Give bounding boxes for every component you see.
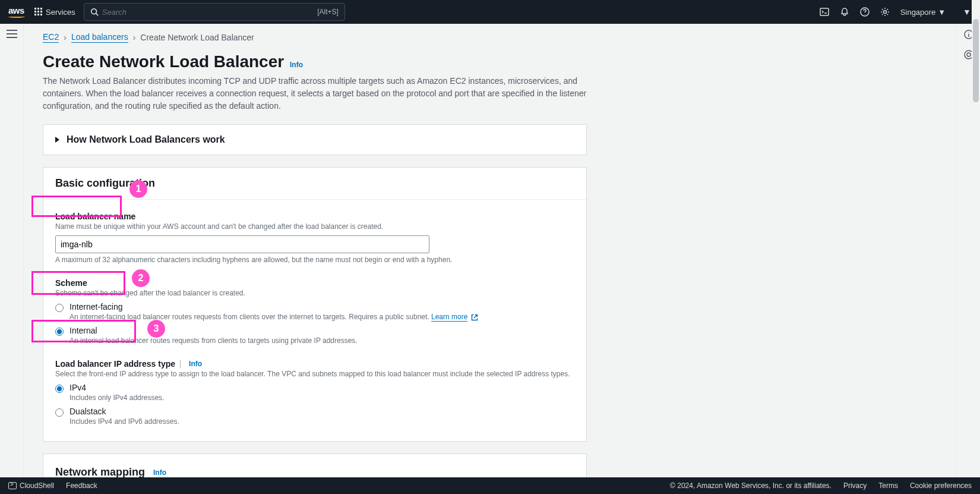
network-mapping-panel: Network mapping Info The load balancer r…	[43, 454, 587, 477]
caret-down-icon: ▼	[938, 8, 946, 17]
ipv4-label: IPv4	[69, 383, 164, 392]
iptype-label: Load balancer IP address type	[55, 359, 175, 369]
iptype-hint: Select the front-end IP address type to …	[55, 370, 574, 378]
external-link-icon	[471, 314, 478, 321]
search-box[interactable]: [Alt+S]	[84, 3, 345, 21]
gear-icon[interactable]	[880, 7, 890, 17]
services-menu[interactable]: Services	[34, 8, 75, 17]
account-menu[interactable]: ▼	[962, 7, 972, 17]
search-input[interactable]	[102, 8, 317, 17]
bell-icon[interactable]	[840, 7, 849, 17]
scheme-internet-desc: An internet-facing load balancer routes …	[69, 313, 478, 321]
netmap-info-link[interactable]: Info	[153, 468, 166, 477]
search-shortcut: [Alt+S]	[317, 8, 339, 16]
annotation-1: 1	[129, 180, 147, 198]
scheme-internet-radio[interactable]	[55, 304, 64, 312]
chevron-right-icon: ›	[64, 33, 67, 42]
svg-line-1	[96, 14, 98, 16]
info-link[interactable]: Info	[290, 61, 303, 69]
annotation-2: 2	[132, 269, 150, 287]
name-label: Load balancer name	[55, 212, 574, 221]
scheme-internet-label: Internet-facing	[69, 302, 478, 311]
cloudshell-icon[interactable]	[820, 7, 829, 17]
scrollbar-track[interactable]	[972, 0, 980, 477]
page-description: The Network Load Balancer distributes in…	[43, 75, 587, 112]
page-title: Create Network Load Balancer	[43, 52, 284, 71]
breadcrumb-ec2[interactable]: EC2	[43, 32, 59, 43]
region-selector[interactable]: Singapore ▼	[900, 8, 946, 17]
iptype-info-link[interactable]: Info	[189, 360, 202, 368]
netmap-heading: Network mapping	[55, 466, 145, 477]
dualstack-radio[interactable]	[55, 408, 64, 417]
svg-rect-2	[820, 8, 829, 15]
name-hint: Name must be unique within your AWS acco…	[55, 222, 574, 231]
name-constraint: A maximum of 32 alphanumeric characters …	[55, 256, 574, 264]
breadcrumb-current: Create Network Load Balancer	[140, 33, 254, 42]
scheme-internal-desc: An internal load balancer routes request…	[69, 336, 358, 345]
ipv4-desc: Includes only IPv4 addresses.	[69, 394, 164, 402]
scheme-internal-label: Internal	[69, 326, 358, 335]
dualstack-desc: Includes IPv4 and IPv6 addresses.	[69, 417, 179, 426]
grid-icon	[34, 8, 43, 16]
learn-more-link[interactable]: Learn more	[431, 313, 467, 322]
triangle-right-icon	[55, 137, 59, 143]
scheme-internal-radio[interactable]	[55, 328, 64, 336]
svg-point-4	[883, 11, 886, 14]
ipv4-radio[interactable]	[55, 385, 64, 393]
svg-point-6	[967, 53, 970, 56]
help-icon[interactable]	[860, 7, 870, 17]
search-icon	[90, 8, 99, 16]
breadcrumb: EC2 › Load balancers › Create Network Lo…	[43, 32, 587, 43]
scheme-hint: Scheme can't be changed after the load b…	[55, 289, 574, 297]
hamburger-icon[interactable]	[7, 30, 17, 38]
breadcrumb-lb[interactable]: Load balancers	[71, 32, 128, 43]
chevron-right-icon: ›	[133, 33, 136, 42]
how-it-works-panel[interactable]: How Network Load Balancers work	[43, 124, 587, 155]
basic-config-panel: Basic configuration Load balancer name N…	[43, 167, 587, 442]
scrollbar-thumb[interactable]	[973, 19, 979, 102]
aws-logo[interactable]: aws	[8, 6, 25, 18]
dualstack-label: Dualstack	[69, 407, 179, 416]
name-input[interactable]	[55, 235, 429, 253]
top-nav: aws Services [Alt+S] Singapore ▼ ▼	[0, 0, 980, 24]
main-content: 1 2 3 EC2 › Load balancers › Create Netw…	[24, 24, 956, 477]
svg-point-0	[91, 9, 97, 14]
annotation-3: 3	[147, 320, 165, 338]
sidebar-collapsed	[0, 24, 24, 477]
